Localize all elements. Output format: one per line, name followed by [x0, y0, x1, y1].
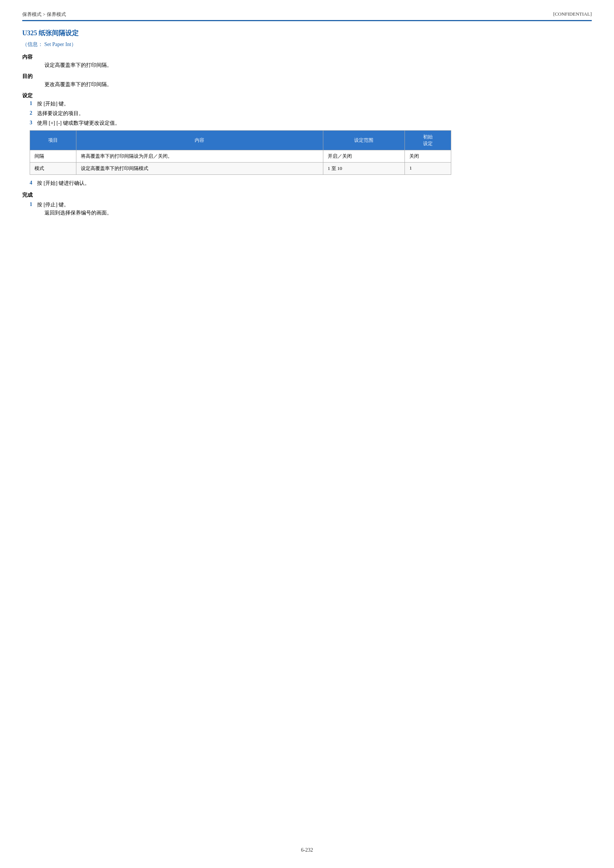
- step-4: 4 按 [开始] 键进行确认。: [22, 180, 592, 187]
- confidential-label: [CONFIDENTIAL]: [553, 11, 592, 17]
- steps-section: 1 按 [开始] 键。 2 选择要设定的项目。 3 使用 [+] [-] 键或数…: [22, 101, 592, 126]
- completion-step-1: 1 按 [停止] 键。: [22, 202, 592, 208]
- page-subtitle: （信息： Set Paper Int）: [22, 41, 592, 48]
- neirong-label: 内容: [22, 54, 592, 61]
- table-header-range: 设定范围: [323, 131, 405, 150]
- table-cell-range-1: 开启／关闭: [323, 150, 405, 163]
- step-2-text: 选择要设定的项目。: [37, 110, 592, 117]
- step-3-number: 3: [22, 120, 37, 126]
- table-cell-default-2: 1: [405, 163, 451, 175]
- table-row: 模式 设定高覆盖率下的打印间隔模式 1 至 10 1: [30, 163, 451, 175]
- page-title: U325 纸张间隔设定: [22, 29, 592, 37]
- step-1: 1 按 [开始] 键。: [22, 101, 592, 107]
- settings-table-wrapper: 项目 内容 设定范围 初始设定 间隔 将高覆盖率下的打印间隔设为开启／关闭。 开…: [29, 130, 592, 175]
- table-row: 间隔 将高覆盖率下的打印间隔设为开启／关闭。 开启／关闭 关闭: [30, 150, 451, 163]
- step-3-text: 使用 [+] [-] 键或数字键更改设定值。: [37, 120, 592, 126]
- page-footer: 6-232: [0, 847, 614, 853]
- divider: [22, 20, 592, 21]
- step-3: 3 使用 [+] [-] 键或数字键更改设定值。: [22, 120, 592, 126]
- table-cell-range-2: 1 至 10: [323, 163, 405, 175]
- completion-step-1-text: 按 [停止] 键。: [37, 202, 592, 208]
- neirong-content: 设定高覆盖率下的打印间隔。: [45, 62, 592, 68]
- table-header-content: 内容: [76, 131, 323, 150]
- step-2-number: 2: [22, 110, 37, 116]
- settings-table: 项目 内容 设定范围 初始设定 间隔 将高覆盖率下的打印间隔设为开启／关闭。 开…: [29, 130, 451, 175]
- table-cell-content-2: 设定高覆盖率下的打印间隔模式: [76, 163, 323, 175]
- completion-label: 完成: [22, 192, 592, 199]
- step-1-number: 1: [22, 101, 37, 106]
- step-2: 2 选择要设定的项目。: [22, 110, 592, 117]
- completion-step-1-number: 1: [22, 202, 37, 207]
- table-cell-item-1: 间隔: [30, 150, 76, 163]
- table-header-item: 项目: [30, 131, 76, 150]
- page-number: 6-232: [301, 847, 313, 853]
- step-4-text: 按 [开始] 键进行确认。: [37, 180, 592, 187]
- table-cell-content-1: 将高覆盖率下的打印间隔设为开启／关闭。: [76, 150, 323, 163]
- top-bar: 保养模式 > 保养模式 [CONFIDENTIAL]: [22, 11, 592, 18]
- mudi-content: 更改高覆盖率下的打印间隔。: [45, 81, 592, 88]
- completion-step-1-sub: 返回到选择保养编号的画面。: [45, 210, 592, 216]
- table-cell-item-2: 模式: [30, 163, 76, 175]
- page-container: 保养模式 > 保养模式 [CONFIDENTIAL] U325 纸张间隔设定 （…: [0, 0, 614, 868]
- mudi-label: 目的: [22, 73, 592, 80]
- sheding-label: 设定: [22, 92, 592, 99]
- table-cell-default-1: 关闭: [405, 150, 451, 163]
- table-header-default: 初始设定: [405, 131, 451, 150]
- breadcrumb: 保养模式 > 保养模式: [22, 11, 66, 18]
- step-1-text: 按 [开始] 键。: [37, 101, 592, 107]
- step-4-number: 4: [22, 180, 37, 186]
